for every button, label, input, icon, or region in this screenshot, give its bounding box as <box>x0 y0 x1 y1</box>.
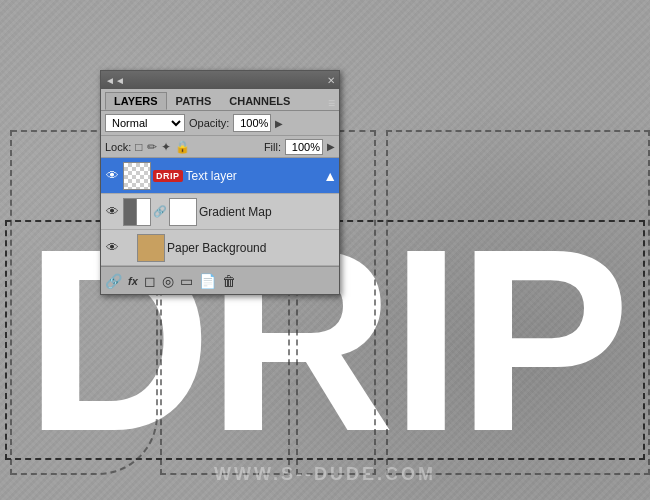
tab-paths[interactable]: PATHS <box>167 92 221 110</box>
layers-list: 👁 DRIP Text layer ▲ 👁 🔗 Gradient Map 👁 <box>101 158 339 266</box>
add-mask-icon[interactable]: ◻ <box>144 273 156 289</box>
layer-thumb-paper <box>137 234 165 262</box>
new-group-icon[interactable]: ▭ <box>180 273 193 289</box>
opacity-arrow[interactable]: ▶ <box>275 118 283 129</box>
watermark-text: WWW.S--DUDE.COM <box>0 464 650 485</box>
opacity-input[interactable] <box>233 114 271 132</box>
layer-thumb-gradient <box>123 198 151 226</box>
scroll-indicator: ▲ <box>323 168 337 184</box>
panel-tabs: LAYERS PATHS CHANNELS ≡ <box>101 89 339 111</box>
tab-layers[interactable]: LAYERS <box>105 92 167 110</box>
lock-position-icon[interactable]: ✦ <box>161 140 171 154</box>
layer-row-paper[interactable]: 👁 Paper Background <box>101 230 339 266</box>
drip-badge: DRIP <box>153 170 183 182</box>
layer-link-gradient: 🔗 <box>153 205 167 218</box>
layer-visibility-gradient[interactable]: 👁 <box>103 203 121 221</box>
delete-layer-icon[interactable]: 🗑 <box>222 273 236 289</box>
layer-visibility-text[interactable]: 👁 <box>103 167 121 185</box>
panel-menu-icon[interactable]: ≡ <box>328 96 335 110</box>
layer-name-paper: Paper Background <box>167 241 266 255</box>
layer-row-gradient[interactable]: 👁 🔗 Gradient Map <box>101 194 339 230</box>
blend-mode-select[interactable]: Normal <box>105 114 185 132</box>
layers-panel: ◄◄ ✕ LAYERS PATHS CHANNELS ≡ Normal Opac… <box>100 70 340 295</box>
layer-name-gradient: Gradient Map <box>199 205 272 219</box>
panel-titlebar: ◄◄ ✕ <box>101 71 339 89</box>
layer-mask-gradient <box>169 198 197 226</box>
layer-thumb-text <box>123 162 151 190</box>
adjustment-icon[interactable]: ◎ <box>162 273 174 289</box>
layer-visibility-paper[interactable]: 👁 <box>103 239 121 257</box>
opacity-label: Opacity: <box>189 117 229 129</box>
fill-arrow[interactable]: ▶ <box>327 141 335 152</box>
tab-channels[interactable]: CHANNELS <box>220 92 299 110</box>
panel-close-icon[interactable]: ✕ <box>327 75 335 86</box>
lock-image-icon[interactable]: ✏ <box>147 140 157 154</box>
link-layers-icon[interactable]: 🔗 <box>105 273 122 289</box>
layer-thumb-checker <box>124 163 150 189</box>
panel-bottom-toolbar: 🔗 fx ◻ ◎ ▭ 📄 🗑 <box>101 266 339 294</box>
blend-mode-row: Normal Opacity: ▶ <box>101 111 339 136</box>
lock-label: Lock: <box>105 141 131 153</box>
layer-name-text: Text layer <box>186 169 237 183</box>
layer-thumb-paper-fill <box>138 235 164 261</box>
layer-fx-icon[interactable]: fx <box>128 275 138 287</box>
panel-collapse-icon[interactable]: ◄◄ <box>105 75 125 86</box>
lock-all-icon[interactable]: 🔒 <box>175 140 190 154</box>
lock-transparency-icon[interactable]: □ <box>135 140 142 154</box>
fill-input[interactable] <box>285 139 323 155</box>
fill-label: Fill: <box>264 141 281 153</box>
layer-row-text[interactable]: 👁 DRIP Text layer ▲ <box>101 158 339 194</box>
new-layer-icon[interactable]: 📄 <box>199 273 216 289</box>
lock-row: Lock: □ ✏ ✦ 🔒 Fill: ▶ <box>101 136 339 158</box>
